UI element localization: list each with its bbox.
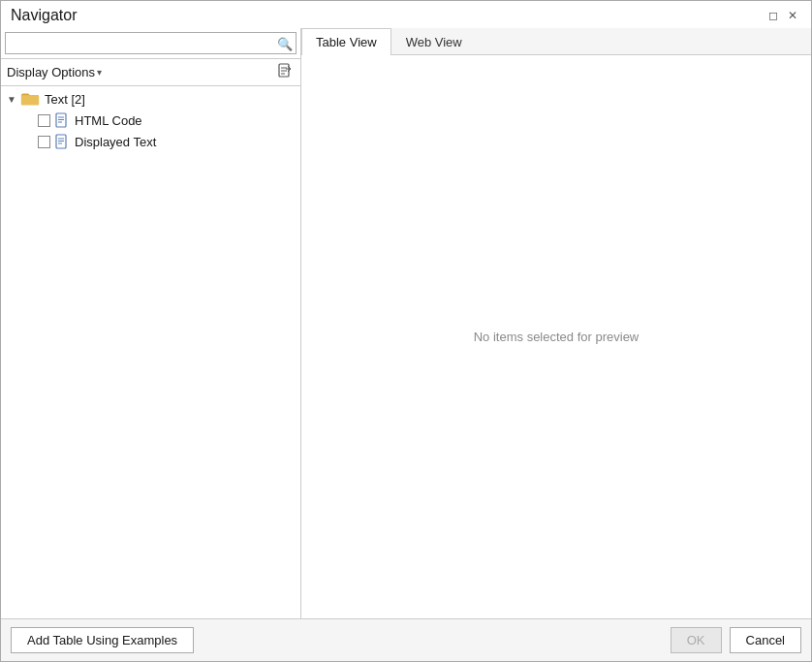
tree-item-displayed-text[interactable]: ▼ Displayed Text: [18, 131, 300, 152]
bottom-left: Add Table Using Examples: [11, 627, 194, 653]
doc-icon-displayed-text: [54, 134, 70, 149]
title-bar-controls: ◻ ✕: [765, 7, 801, 24]
tabs-bar: Table View Web View: [301, 28, 811, 55]
display-options-dropdown[interactable]: Display Options ▾: [7, 65, 102, 79]
close-button[interactable]: ✕: [784, 7, 801, 24]
export-icon: [277, 67, 293, 81]
dialog-title: Navigator: [11, 7, 77, 24]
display-options-bar: Display Options ▾: [1, 59, 300, 86]
tab-table-view[interactable]: Table View: [301, 28, 391, 55]
navigator-dialog: Navigator ◻ ✕ 🔍 Display Options ▾: [0, 0, 812, 662]
search-icon: 🔍: [277, 36, 293, 50]
search-input[interactable]: [5, 32, 297, 54]
display-options-arrow-icon: ▾: [97, 67, 102, 78]
bottom-right: OK Cancel: [671, 627, 801, 653]
tab-web-view[interactable]: Web View: [391, 28, 477, 55]
doc-icon-html-code: [54, 112, 70, 128]
content-area: 🔍 Display Options ▾: [1, 28, 811, 618]
left-panel: 🔍 Display Options ▾: [1, 28, 301, 618]
search-button[interactable]: 🔍: [277, 36, 293, 50]
tree-item-displayed-text-label: Displayed Text: [75, 135, 156, 149]
preview-empty-message: No items selected for preview: [474, 330, 640, 344]
tree-item-text[interactable]: ▼ Text [2]: [1, 88, 300, 110]
add-table-button[interactable]: Add Table Using Examples: [11, 627, 194, 653]
tree-item-html-code-label: HTML Code: [75, 113, 142, 128]
tree-area: ▼ Text [2] ▼: [1, 86, 300, 618]
cancel-button[interactable]: Cancel: [730, 627, 801, 653]
search-bar: 🔍: [1, 28, 300, 59]
right-panel: Table View Web View No items selected fo…: [301, 28, 811, 618]
tree-item-text-label: Text [2]: [45, 92, 85, 107]
tree-item-html-code[interactable]: ▼ HTML Code: [18, 110, 300, 131]
ok-button[interactable]: OK: [671, 627, 722, 653]
tree-children: ▼ HTML Code: [1, 110, 300, 152]
title-bar: Navigator ◻ ✕: [1, 1, 811, 28]
export-nav-button[interactable]: [275, 63, 295, 81]
tree-root-group: ▼ Text [2] ▼: [1, 88, 300, 152]
tree-toggle-icon[interactable]: ▼: [5, 92, 18, 106]
tree-checkbox-html-code[interactable]: [38, 114, 50, 127]
bottom-bar: Add Table Using Examples OK Cancel: [1, 618, 811, 661]
preview-area: No items selected for preview: [301, 55, 811, 618]
tree-checkbox-displayed-text[interactable]: [38, 136, 50, 148]
folder-icon: [20, 91, 40, 107]
display-options-label: Display Options: [7, 65, 95, 79]
restore-button[interactable]: ◻: [765, 7, 782, 24]
